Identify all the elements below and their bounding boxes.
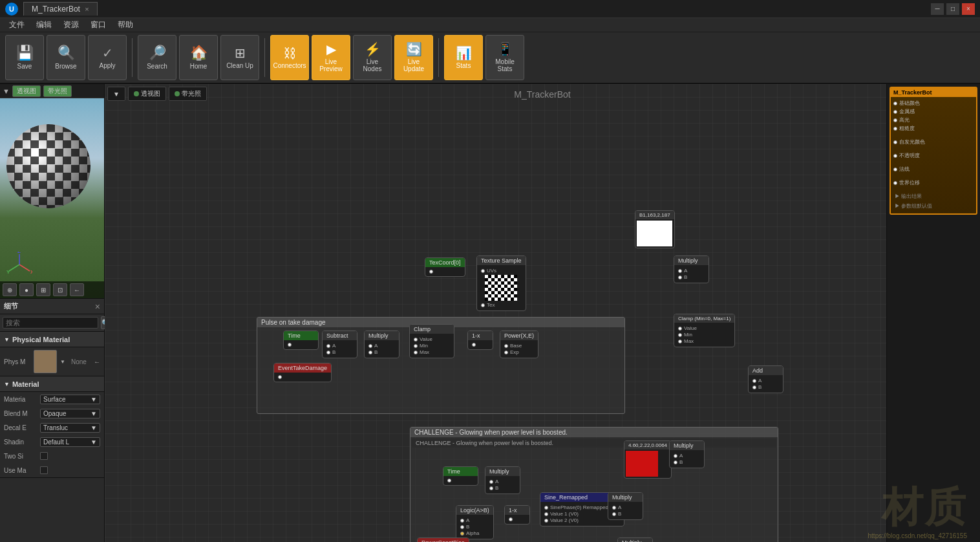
mul1-a-pin: A <box>368 343 395 349</box>
node-event-title: EventTakeDamage <box>274 363 331 373</box>
phys-mat-label: Phys M <box>4 358 30 365</box>
lighting-button[interactable]: 带光照 <box>43 85 72 97</box>
material-section-header[interactable]: ▼ Material <box>0 376 104 392</box>
blend-mode-chevron-icon: ▼ <box>91 410 97 417</box>
node-logic-ab[interactable]: Logic(A>B) A B Alpha <box>456 505 494 539</box>
live-update-button[interactable]: 🔄 Live Update <box>394 35 433 80</box>
view-perspective-button[interactable]: ▼ <box>107 87 125 101</box>
blend-mode-dropdown[interactable]: Opaque ▼ <box>40 409 100 418</box>
node-texture-sample[interactable]: Texture Sample UVs Tex <box>476 255 526 311</box>
close-button[interactable]: × <box>962 3 975 15</box>
menu-help[interactable]: 帮助 <box>112 18 138 32</box>
connectors-button[interactable]: ⛓ Connectors <box>270 35 309 80</box>
mul2-a-dot <box>489 480 493 484</box>
save-button[interactable]: 💾 Save <box>5 35 44 80</box>
node-time-2-title: Time <box>443 467 478 476</box>
shading-model-dropdown[interactable]: Default L ▼ <box>40 437 100 447</box>
node-power-const[interactable]: PowerConstBias <box>417 537 469 542</box>
phys-mat-back-arrow-icon[interactable]: ← <box>94 358 100 365</box>
clamp-max-dot <box>414 351 418 354</box>
home-button[interactable]: 🏠 Home <box>179 35 218 80</box>
viewport: X Y Z ⊕ ● ⊞ ⊡ ← <box>0 98 104 299</box>
title-tab[interactable]: M_TrackerBot × <box>23 2 98 16</box>
menu-bar: 文件 编辑 资源 窗口 帮助 <box>0 18 980 32</box>
minimize-button[interactable]: ─ <box>931 3 944 15</box>
vp-grid-button[interactable]: ⊡ <box>53 283 67 296</box>
details-close-icon[interactable]: × <box>95 301 100 312</box>
comment-box-challenge[interactable]: CHALLENGE - Glowing when power level is … <box>410 427 778 542</box>
vp-move-button[interactable]: ⊕ <box>3 283 17 296</box>
rp-expand-btn[interactable]: ▶ 输出结果 <box>893 191 974 201</box>
search-button[interactable]: 🔎 Search <box>138 35 176 80</box>
mobile-stats-label: Mobile Stats <box>489 58 521 72</box>
decal-blend-dropdown[interactable]: Transluc ▼ <box>40 423 100 433</box>
search-bar: 🔍 ⊞ 👁 <box>0 314 104 332</box>
search-input[interactable] <box>3 317 98 329</box>
node-multiply-top[interactable]: Multiply A B <box>674 255 709 283</box>
node-multiply-4[interactable]: Multiply A B <box>608 492 643 520</box>
browse-icon: 🔍 <box>58 46 75 60</box>
physical-material-header[interactable]: ▼ Physical Material <box>0 332 104 347</box>
node-1-x[interactable]: 1-x <box>467 331 493 350</box>
rp-params-btn[interactable]: ▶ 参数组默认值 <box>893 201 974 211</box>
apply-label: Apply <box>99 62 115 69</box>
node-multiply-5[interactable]: Multiply A B <box>617 537 653 542</box>
node-multiply-3[interactable]: Multiply A B <box>669 440 705 468</box>
vp-flatten-button[interactable]: ⊞ <box>36 283 50 296</box>
browse-label: Browse <box>55 63 76 70</box>
menu-assets[interactable]: 资源 <box>58 18 84 32</box>
vp-arrow-button[interactable]: ← <box>70 283 84 296</box>
node-white-box[interactable]: B1,163,2,187 <box>635 210 675 248</box>
node-power[interactable]: Power(X,E) Base Exp <box>500 331 538 358</box>
view-light-dot <box>175 91 180 96</box>
mobile-stats-button[interactable]: 📱 Mobile Stats <box>485 35 524 80</box>
use-material-checkbox[interactable] <box>40 466 48 474</box>
node-clamp[interactable]: Clamp Value Min Max <box>409 324 454 358</box>
close-tab-btn[interactable]: × <box>85 5 89 13</box>
browse-button[interactable]: 🔍 Browse <box>47 35 85 80</box>
node-1-x-2[interactable]: 1-x <box>504 505 530 525</box>
two-sided-checkbox[interactable] <box>40 452 48 460</box>
node-editor[interactable]: ▼ 透视图 带光照 M_TrackerBot 缩放-8 <box>105 84 980 542</box>
stats-button[interactable]: 📊 Stats <box>444 35 483 80</box>
perspective-view-button[interactable]: 透视图 <box>12 85 41 97</box>
mul3-b-pin: B <box>674 459 700 465</box>
view-controls: ▼ 透视图 带光照 <box>107 87 207 101</box>
node-add[interactable]: Add A B <box>748 365 783 393</box>
node-multiply-1[interactable]: Multiply A B <box>364 331 399 358</box>
1x-dot <box>472 343 476 347</box>
node-time[interactable]: Time <box>283 331 319 350</box>
menu-window[interactable]: 窗口 <box>85 18 111 32</box>
view-lighting-button[interactable]: 透视图 <box>128 87 166 101</box>
cleanup-button[interactable]: ⊞ Clean Up <box>220 35 259 80</box>
menu-edit[interactable]: 编辑 <box>31 18 57 32</box>
co-max-dot <box>678 340 682 343</box>
comment-box-pulse[interactable]: Pulse on take damage Time Subtract A B M… <box>257 317 625 414</box>
clamp-min-dot <box>414 344 418 348</box>
blend-mode-value: Opaque <box>43 410 67 417</box>
mul1-b-dot <box>368 351 372 354</box>
node-red-color[interactable]: 4.60,2.22,0.0064 <box>624 440 672 479</box>
vp-sphere-button[interactable]: ● <box>19 283 34 296</box>
menu-file[interactable]: 文件 <box>4 18 30 32</box>
node-clamp-outer[interactable]: Clamp (Min=0, Max=1) Value Min Max <box>674 314 735 347</box>
material-domain-dropdown[interactable]: Surface ▼ <box>40 395 100 404</box>
live-preview-button[interactable]: ▶ Live Preview <box>312 35 350 80</box>
phys-mat-swatch[interactable] <box>34 350 57 373</box>
maximize-button[interactable]: □ <box>946 3 959 15</box>
node-multiply-2[interactable]: Multiply A B <box>485 466 520 494</box>
rp-separator-4 <box>893 174 974 178</box>
mul4-b-dot <box>612 512 616 516</box>
apply-button[interactable]: ✓ Apply <box>88 35 127 80</box>
clamp-min-pin: Min <box>414 343 450 349</box>
node-texcoord-body <box>425 267 465 276</box>
node-texcoord[interactable]: TexCoord[0] <box>425 257 465 277</box>
node-subtract[interactable]: Subtract A B <box>322 331 357 358</box>
view-light-button[interactable]: 带光照 <box>169 87 207 101</box>
mobile-stats-icon: 📱 <box>497 43 513 56</box>
node-event-damage[interactable]: EventTakeDamage <box>273 363 332 382</box>
home-label: Home <box>190 63 208 70</box>
right-panel-node[interactable]: M_TrackerBot 基础颜色 金属感 高光 粗糙度 自发光颜色 不透明度 … <box>889 87 977 215</box>
live-nodes-button[interactable]: ⚡ Live Nodes <box>353 35 392 80</box>
node-time-2[interactable]: Time <box>443 466 478 486</box>
